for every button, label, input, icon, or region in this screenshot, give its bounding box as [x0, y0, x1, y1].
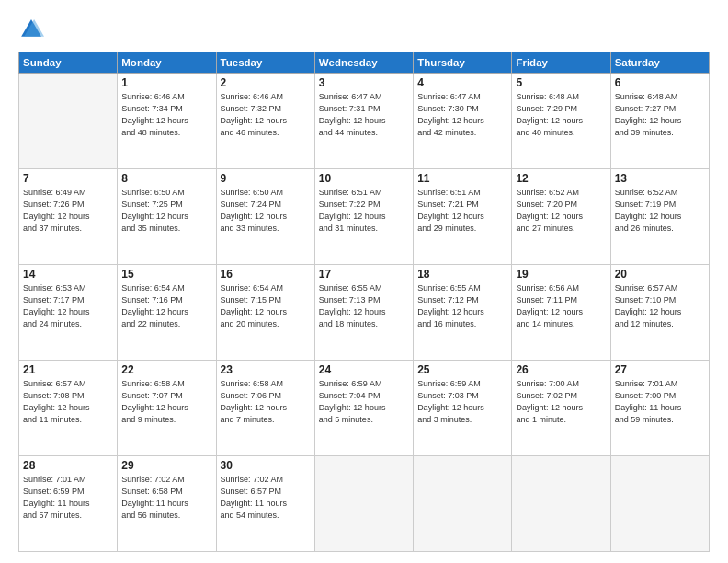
day-info: Sunrise: 6:52 AM Sunset: 7:19 PM Dayligh…: [615, 187, 705, 235]
day-info: Sunrise: 6:50 AM Sunset: 7:24 PM Dayligh…: [221, 187, 311, 235]
day-cell: 25Sunrise: 6:59 AM Sunset: 7:03 PM Dayli…: [414, 361, 512, 456]
day-info: Sunrise: 7:01 AM Sunset: 6:59 PM Dayligh…: [23, 474, 113, 522]
day-number: 21: [23, 363, 113, 376]
day-number: 22: [121, 363, 211, 376]
week-row-1: 7Sunrise: 6:49 AM Sunset: 7:26 PM Daylig…: [19, 169, 710, 265]
day-cell: [610, 456, 709, 552]
day-cell: 29Sunrise: 7:02 AM Sunset: 6:58 PM Dayli…: [118, 456, 216, 552]
day-info: Sunrise: 7:02 AM Sunset: 6:58 PM Dayligh…: [121, 474, 211, 522]
day-info: Sunrise: 6:53 AM Sunset: 7:17 PM Dayligh…: [23, 282, 113, 330]
day-number: 5: [516, 76, 606, 89]
day-info: Sunrise: 6:55 AM Sunset: 7:12 PM Dayligh…: [417, 282, 507, 330]
day-cell: [314, 456, 413, 552]
day-info: Sunrise: 6:50 AM Sunset: 7:25 PM Dayligh…: [121, 187, 211, 235]
day-cell: 20Sunrise: 6:57 AM Sunset: 7:10 PM Dayli…: [610, 265, 709, 361]
day-cell: 6Sunrise: 6:48 AM Sunset: 7:27 PM Daylig…: [610, 74, 709, 169]
day-number: 9: [221, 172, 311, 185]
day-info: Sunrise: 6:48 AM Sunset: 7:27 PM Dayligh…: [615, 91, 705, 139]
day-info: Sunrise: 6:51 AM Sunset: 7:22 PM Dayligh…: [319, 187, 409, 235]
day-cell: [414, 456, 512, 552]
day-number: 24: [319, 363, 409, 376]
day-info: Sunrise: 6:58 AM Sunset: 7:06 PM Dayligh…: [221, 378, 311, 426]
day-cell: 8Sunrise: 6:50 AM Sunset: 7:25 PM Daylig…: [118, 169, 216, 265]
day-cell: 2Sunrise: 6:46 AM Sunset: 7:32 PM Daylig…: [216, 74, 314, 169]
day-number: 13: [615, 172, 705, 185]
day-cell: 21Sunrise: 6:57 AM Sunset: 7:08 PM Dayli…: [19, 361, 118, 456]
logo: [18, 17, 50, 42]
day-number: 29: [121, 459, 211, 472]
weekday-header-wednesday: Wednesday: [314, 52, 413, 74]
day-number: 26: [516, 363, 606, 376]
day-cell: 18Sunrise: 6:55 AM Sunset: 7:12 PM Dayli…: [414, 265, 512, 361]
day-cell: 23Sunrise: 6:58 AM Sunset: 7:06 PM Dayli…: [216, 361, 314, 456]
day-number: 17: [319, 268, 409, 281]
day-cell: 22Sunrise: 6:58 AM Sunset: 7:07 PM Dayli…: [118, 361, 216, 456]
day-number: 23: [221, 363, 311, 376]
week-row-4: 28Sunrise: 7:01 AM Sunset: 6:59 PM Dayli…: [19, 456, 710, 552]
day-number: 19: [516, 268, 606, 281]
header: [18, 17, 710, 42]
day-number: 25: [417, 363, 507, 376]
day-info: Sunrise: 7:02 AM Sunset: 6:57 PM Dayligh…: [221, 474, 311, 522]
week-row-3: 21Sunrise: 6:57 AM Sunset: 7:08 PM Dayli…: [19, 361, 710, 456]
day-number: 30: [221, 459, 311, 472]
day-number: 18: [417, 268, 507, 281]
day-cell: [19, 74, 118, 169]
day-cell: 10Sunrise: 6:51 AM Sunset: 7:22 PM Dayli…: [314, 169, 413, 265]
day-cell: 28Sunrise: 7:01 AM Sunset: 6:59 PM Dayli…: [19, 456, 118, 552]
day-cell: 15Sunrise: 6:54 AM Sunset: 7:16 PM Dayli…: [118, 265, 216, 361]
day-number: 3: [319, 76, 409, 89]
day-info: Sunrise: 6:59 AM Sunset: 7:04 PM Dayligh…: [319, 378, 409, 426]
day-info: Sunrise: 7:01 AM Sunset: 7:00 PM Dayligh…: [615, 378, 705, 426]
day-number: 10: [319, 172, 409, 185]
day-number: 15: [121, 268, 211, 281]
day-cell: 12Sunrise: 6:52 AM Sunset: 7:20 PM Dayli…: [512, 169, 610, 265]
day-cell: 1Sunrise: 6:46 AM Sunset: 7:34 PM Daylig…: [118, 74, 216, 169]
day-info: Sunrise: 6:47 AM Sunset: 7:30 PM Dayligh…: [417, 91, 507, 139]
weekday-header-saturday: Saturday: [610, 52, 709, 74]
day-cell: 14Sunrise: 6:53 AM Sunset: 7:17 PM Dayli…: [19, 265, 118, 361]
weekday-header-row: SundayMondayTuesdayWednesdayThursdayFrid…: [19, 52, 710, 74]
day-info: Sunrise: 6:59 AM Sunset: 7:03 PM Dayligh…: [417, 378, 507, 426]
weekday-header-thursday: Thursday: [414, 52, 512, 74]
day-number: 20: [615, 268, 705, 281]
weekday-header-sunday: Sunday: [19, 52, 118, 74]
day-cell: 7Sunrise: 6:49 AM Sunset: 7:26 PM Daylig…: [19, 169, 118, 265]
day-number: 6: [615, 76, 705, 89]
day-cell: 11Sunrise: 6:51 AM Sunset: 7:21 PM Dayli…: [414, 169, 512, 265]
week-row-0: 1Sunrise: 6:46 AM Sunset: 7:34 PM Daylig…: [19, 74, 710, 169]
day-cell: 30Sunrise: 7:02 AM Sunset: 6:57 PM Dayli…: [216, 456, 314, 552]
day-number: 28: [23, 459, 113, 472]
day-number: 11: [417, 172, 507, 185]
day-info: Sunrise: 6:55 AM Sunset: 7:13 PM Dayligh…: [319, 282, 409, 330]
day-cell: 27Sunrise: 7:01 AM Sunset: 7:00 PM Dayli…: [610, 361, 709, 456]
day-number: 1: [121, 76, 211, 89]
day-info: Sunrise: 6:54 AM Sunset: 7:15 PM Dayligh…: [221, 282, 311, 330]
day-cell: [512, 456, 610, 552]
day-info: Sunrise: 6:56 AM Sunset: 7:11 PM Dayligh…: [516, 282, 606, 330]
day-info: Sunrise: 6:57 AM Sunset: 7:08 PM Dayligh…: [23, 378, 113, 426]
logo-icon: [18, 17, 44, 42]
page: SundayMondayTuesdayWednesdayThursdayFrid…: [0, 0, 728, 563]
day-info: Sunrise: 6:46 AM Sunset: 7:32 PM Dayligh…: [221, 91, 311, 139]
weekday-header-tuesday: Tuesday: [216, 52, 314, 74]
day-cell: 9Sunrise: 6:50 AM Sunset: 7:24 PM Daylig…: [216, 169, 314, 265]
weekday-header-friday: Friday: [512, 52, 610, 74]
day-number: 2: [221, 76, 311, 89]
day-info: Sunrise: 6:52 AM Sunset: 7:20 PM Dayligh…: [516, 187, 606, 235]
day-info: Sunrise: 6:57 AM Sunset: 7:10 PM Dayligh…: [615, 282, 705, 330]
calendar-table: SundayMondayTuesdayWednesdayThursdayFrid…: [18, 52, 710, 552]
day-number: 14: [23, 268, 113, 281]
day-cell: 17Sunrise: 6:55 AM Sunset: 7:13 PM Dayli…: [314, 265, 413, 361]
day-number: 16: [221, 268, 311, 281]
week-row-2: 14Sunrise: 6:53 AM Sunset: 7:17 PM Dayli…: [19, 265, 710, 361]
day-info: Sunrise: 7:00 AM Sunset: 7:02 PM Dayligh…: [516, 378, 606, 426]
day-info: Sunrise: 6:46 AM Sunset: 7:34 PM Dayligh…: [121, 91, 211, 139]
day-number: 8: [121, 172, 211, 185]
day-number: 27: [615, 363, 705, 376]
day-info: Sunrise: 6:58 AM Sunset: 7:07 PM Dayligh…: [121, 378, 211, 426]
day-cell: 16Sunrise: 6:54 AM Sunset: 7:15 PM Dayli…: [216, 265, 314, 361]
day-cell: 5Sunrise: 6:48 AM Sunset: 7:29 PM Daylig…: [512, 74, 610, 169]
day-cell: 13Sunrise: 6:52 AM Sunset: 7:19 PM Dayli…: [610, 169, 709, 265]
day-cell: 19Sunrise: 6:56 AM Sunset: 7:11 PM Dayli…: [512, 265, 610, 361]
